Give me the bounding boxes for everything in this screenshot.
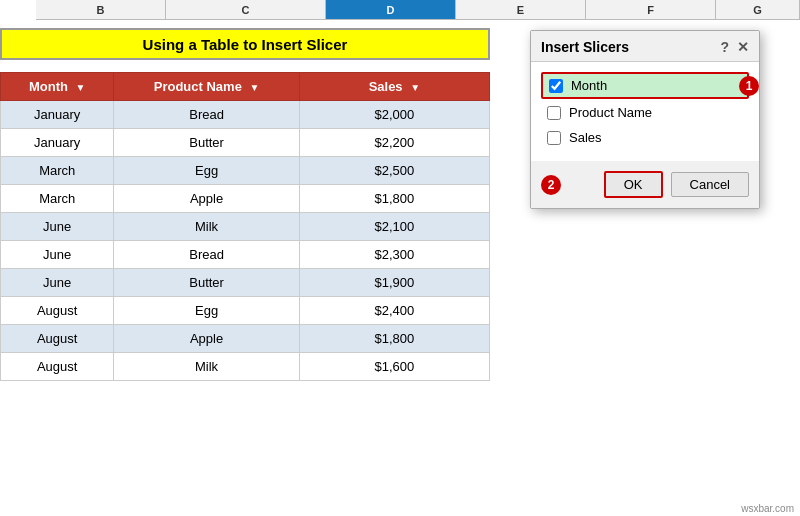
col-header-G: G [716, 0, 800, 20]
table-row: JanuaryButter$2,200 [1, 129, 490, 157]
data-table: Month ▼Product Name ▼Sales ▼ JanuaryBrea… [0, 72, 490, 381]
dialog-title-buttons: ? ✕ [720, 39, 749, 55]
cell-product: Egg [114, 297, 299, 325]
cell-product: Bread [114, 241, 299, 269]
col-header-D: D [326, 0, 456, 20]
table-header-month[interactable]: Month ▼ [1, 73, 114, 101]
cell-sales: $1,800 [299, 325, 489, 353]
badge-2: 2 [541, 175, 561, 195]
cell-month: August [1, 325, 114, 353]
title-cell: Using a Table to Insert Slicer [0, 28, 490, 60]
cell-product: Milk [114, 213, 299, 241]
slicer-label-sales: Sales [569, 130, 602, 145]
table-row: JanuaryBread$2,000 [1, 101, 490, 129]
cell-product: Butter [114, 269, 299, 297]
col-header-F: F [586, 0, 716, 20]
slicer-option-sales[interactable]: Sales [541, 126, 749, 149]
cell-sales: $2,300 [299, 241, 489, 269]
table-row: AugustApple$1,800 [1, 325, 490, 353]
slicer-checkbox-product-name[interactable] [547, 106, 561, 120]
cell-month: January [1, 129, 114, 157]
cell-product: Egg [114, 157, 299, 185]
cell-sales: $1,800 [299, 185, 489, 213]
slicer-label-month: Month [571, 78, 607, 93]
insert-slicers-dialog: Insert Slicers ? ✕ Month1Product NameSal… [530, 30, 760, 209]
cell-product: Apple [114, 185, 299, 213]
cell-product: Bread [114, 101, 299, 129]
table-header-sales[interactable]: Sales ▼ [299, 73, 489, 101]
cell-sales: $2,200 [299, 129, 489, 157]
cell-product: Butter [114, 129, 299, 157]
col-header-E: E [456, 0, 586, 20]
dialog-body: Month1Product NameSales [531, 62, 759, 161]
cell-month: June [1, 269, 114, 297]
table-row: AugustEgg$2,400 [1, 297, 490, 325]
dialog-footer: 2 OK Cancel [531, 161, 759, 208]
table-row: AugustMilk$1,600 [1, 353, 490, 381]
table-row: JuneMilk$2,100 [1, 213, 490, 241]
slicer-checkbox-sales[interactable] [547, 131, 561, 145]
dialog-titlebar: Insert Slicers ? ✕ [531, 31, 759, 62]
cell-sales: $1,900 [299, 269, 489, 297]
slicer-option-month[interactable]: Month1 [541, 72, 749, 99]
table-row: MarchApple$1,800 [1, 185, 490, 213]
badge-1: 1 [739, 76, 759, 96]
cell-month: March [1, 157, 114, 185]
cell-sales: $1,600 [299, 353, 489, 381]
col-header-B: B [36, 0, 166, 20]
cell-month: June [1, 213, 114, 241]
ok-button[interactable]: OK [604, 171, 663, 198]
slicer-checkbox-month[interactable] [549, 79, 563, 93]
col-header-C: C [166, 0, 326, 20]
table-row: JuneBread$2,300 [1, 241, 490, 269]
cell-month: August [1, 353, 114, 381]
cell-product: Apple [114, 325, 299, 353]
cancel-button[interactable]: Cancel [671, 172, 749, 197]
dialog-title: Insert Slicers [541, 39, 629, 55]
table-row: MarchEgg$2,500 [1, 157, 490, 185]
table-row: JuneButter$1,900 [1, 269, 490, 297]
slicer-option-product-name[interactable]: Product Name [541, 101, 749, 124]
dialog-help-button[interactable]: ? [720, 39, 729, 55]
cell-sales: $2,400 [299, 297, 489, 325]
cell-month: January [1, 101, 114, 129]
table-header-product-name[interactable]: Product Name ▼ [114, 73, 299, 101]
slicer-label-product-name: Product Name [569, 105, 652, 120]
cell-sales: $2,500 [299, 157, 489, 185]
cell-sales: $2,100 [299, 213, 489, 241]
cell-month: June [1, 241, 114, 269]
title-text: Using a Table to Insert Slicer [143, 36, 348, 53]
dialog-close-button[interactable]: ✕ [737, 39, 749, 55]
cell-month: March [1, 185, 114, 213]
watermark: wsxbar.com [741, 503, 794, 514]
cell-month: August [1, 297, 114, 325]
cell-product: Milk [114, 353, 299, 381]
cell-sales: $2,000 [299, 101, 489, 129]
